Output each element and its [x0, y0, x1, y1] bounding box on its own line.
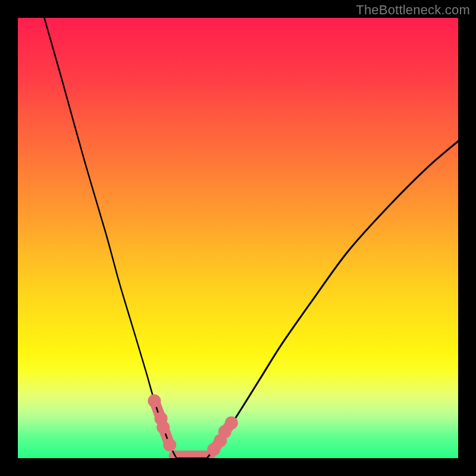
curve-layer — [18, 18, 458, 458]
right-curve — [206, 141, 458, 458]
highlight-dot — [148, 394, 161, 408]
highlight-dot — [225, 416, 238, 430]
chart-canvas: TheBottleneck.com — [0, 0, 476, 476]
watermark-text: TheBottleneck.com — [356, 2, 470, 18]
left-curve — [44, 18, 207, 458]
plot-area — [18, 18, 458, 458]
highlight-dot — [156, 421, 170, 434]
highlight-dot — [163, 439, 176, 452]
